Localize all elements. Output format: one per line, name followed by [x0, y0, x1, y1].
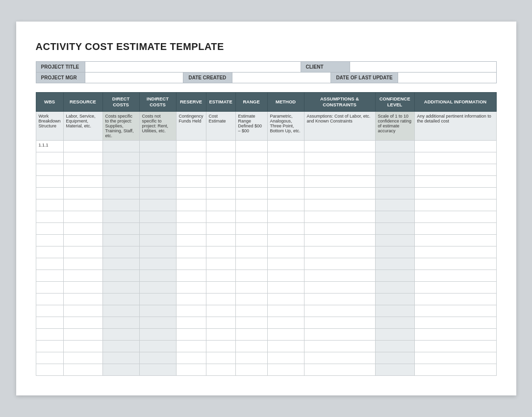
cell-range[interactable]: [235, 294, 267, 305]
cell-estimate[interactable]: [206, 223, 235, 235]
cell-direct_costs[interactable]: [102, 246, 139, 258]
cell-additional[interactable]: [414, 364, 496, 376]
cell-additional[interactable]: [414, 270, 496, 282]
cell-confidence[interactable]: [375, 270, 414, 282]
cell-reserve[interactable]: [176, 188, 206, 199]
cell-wbs[interactable]: [36, 258, 63, 270]
cell-confidence[interactable]: [375, 223, 414, 235]
cell-range[interactable]: [235, 141, 267, 152]
cell-assumptions[interactable]: [304, 282, 375, 294]
cell-estimate[interactable]: [206, 305, 235, 317]
cell-indirect_costs[interactable]: [139, 164, 176, 176]
cell-direct_costs[interactable]: [102, 258, 139, 270]
cell-range[interactable]: [235, 223, 267, 235]
cell-reserve[interactable]: [176, 294, 206, 305]
cell-indirect_costs[interactable]: [139, 199, 176, 211]
cell-resource[interactable]: [63, 164, 102, 176]
cell-estimate[interactable]: [206, 188, 235, 199]
cell-reserve[interactable]: [176, 199, 206, 211]
cell-range[interactable]: [235, 305, 267, 317]
cell-range[interactable]: [235, 235, 267, 246]
cell-additional[interactable]: [414, 258, 496, 270]
cell-wbs[interactable]: [36, 329, 63, 341]
cell-method[interactable]: [267, 352, 304, 364]
cell-resource[interactable]: [63, 305, 102, 317]
cell-method[interactable]: [267, 246, 304, 258]
cell-range[interactable]: [235, 364, 267, 376]
cell-direct_costs[interactable]: [102, 188, 139, 199]
cell-range[interactable]: [235, 270, 267, 282]
cell-resource[interactable]: [63, 364, 102, 376]
cell-direct_costs[interactable]: [102, 223, 139, 235]
cell-estimate[interactable]: [206, 270, 235, 282]
cell-indirect_costs[interactable]: [139, 352, 176, 364]
cell-range[interactable]: [235, 188, 267, 199]
cell-assumptions[interactable]: [304, 270, 375, 282]
cell-range[interactable]: [235, 211, 267, 223]
cell-resource[interactable]: [63, 152, 102, 164]
cell-estimate[interactable]: [206, 341, 235, 352]
cell-additional[interactable]: [414, 141, 496, 152]
cell-reserve[interactable]: [176, 258, 206, 270]
cell-direct_costs[interactable]: [102, 199, 139, 211]
cell-reserve[interactable]: [176, 141, 206, 152]
cell-wbs[interactable]: [36, 152, 63, 164]
cell-assumptions[interactable]: [304, 141, 375, 152]
cell-resource[interactable]: [63, 317, 102, 329]
cell-resource[interactable]: [63, 258, 102, 270]
cell-method[interactable]: [267, 294, 304, 305]
cell-indirect_costs[interactable]: [139, 282, 176, 294]
cell-indirect_costs[interactable]: [139, 188, 176, 199]
cell-confidence[interactable]: [375, 246, 414, 258]
cell-confidence[interactable]: [375, 176, 414, 188]
cell-method[interactable]: [267, 188, 304, 199]
cell-direct_costs[interactable]: [102, 152, 139, 164]
cell-method[interactable]: [267, 211, 304, 223]
cell-resource[interactable]: [63, 188, 102, 199]
cell-additional[interactable]: [414, 352, 496, 364]
cell-wbs[interactable]: [36, 223, 63, 235]
cell-assumptions[interactable]: [304, 223, 375, 235]
cell-method[interactable]: [267, 329, 304, 341]
cell-additional[interactable]: [414, 294, 496, 305]
cell-reserve[interactable]: [176, 152, 206, 164]
cell-direct_costs[interactable]: [102, 141, 139, 152]
date-last-update-value[interactable]: [398, 73, 496, 83]
cell-method[interactable]: [267, 258, 304, 270]
cell-estimate[interactable]: [206, 176, 235, 188]
cell-method[interactable]: [267, 235, 304, 246]
cell-reserve[interactable]: [176, 223, 206, 235]
cell-method[interactable]: [267, 270, 304, 282]
cell-direct_costs[interactable]: [102, 164, 139, 176]
cell-reserve[interactable]: [176, 364, 206, 376]
cell-indirect_costs[interactable]: [139, 305, 176, 317]
cell-estimate[interactable]: [206, 258, 235, 270]
cell-direct_costs[interactable]: [102, 270, 139, 282]
cell-additional[interactable]: [414, 223, 496, 235]
cell-additional[interactable]: [414, 305, 496, 317]
cell-estimate[interactable]: [206, 294, 235, 305]
cell-assumptions[interactable]: [304, 211, 375, 223]
cell-assumptions[interactable]: [304, 164, 375, 176]
cell-indirect_costs[interactable]: [139, 317, 176, 329]
cell-additional[interactable]: [414, 282, 496, 294]
cell-reserve[interactable]: [176, 317, 206, 329]
cell-estimate[interactable]: [206, 141, 235, 152]
cell-estimate[interactable]: [206, 352, 235, 364]
cell-method[interactable]: [267, 176, 304, 188]
cell-indirect_costs[interactable]: [139, 152, 176, 164]
cell-assumptions[interactable]: [304, 305, 375, 317]
cell-additional[interactable]: [414, 152, 496, 164]
cell-confidence[interactable]: [375, 188, 414, 199]
cell-assumptions[interactable]: [304, 235, 375, 246]
cell-method[interactable]: [267, 164, 304, 176]
cell-wbs[interactable]: [36, 176, 63, 188]
cell-direct_costs[interactable]: [102, 341, 139, 352]
project-mgr-value[interactable]: [85, 73, 184, 83]
cell-direct_costs[interactable]: [102, 352, 139, 364]
cell-indirect_costs[interactable]: [139, 341, 176, 352]
cell-estimate[interactable]: [206, 317, 235, 329]
cell-additional[interactable]: [414, 211, 496, 223]
cell-wbs[interactable]: [36, 282, 63, 294]
cell-indirect_costs[interactable]: [139, 223, 176, 235]
